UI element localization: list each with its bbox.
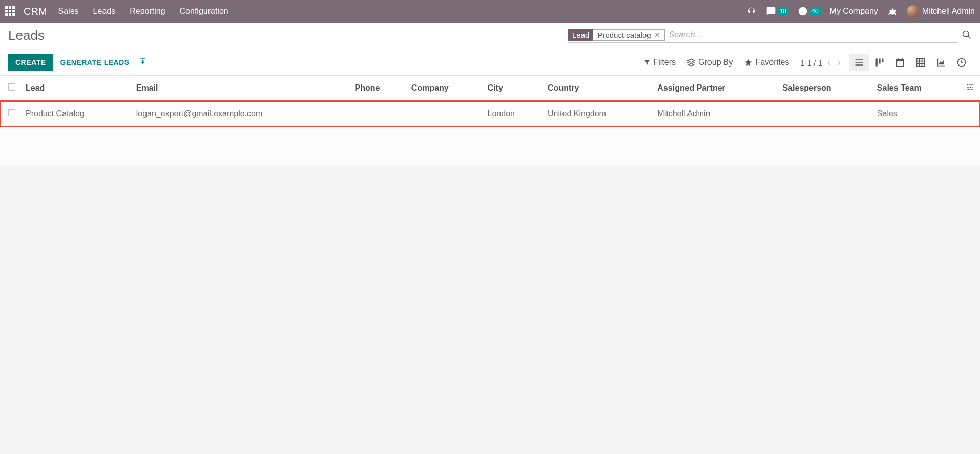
pager-next-icon[interactable]: ›: [836, 57, 843, 68]
col-salesperson[interactable]: Salesperson: [777, 76, 871, 101]
search-facet-key: Lead: [568, 29, 593, 41]
col-city[interactable]: City: [483, 76, 543, 101]
search-facet-value: Product catalog ✕: [593, 29, 664, 41]
user-name: Mitchell Admin: [922, 7, 975, 16]
optional-columns-icon[interactable]: [960, 76, 980, 101]
activities-button[interactable]: 40: [798, 6, 820, 16]
view-activity-icon[interactable]: [951, 54, 972, 71]
view-kanban-icon[interactable]: [869, 54, 890, 71]
avatar-icon: [907, 5, 919, 17]
filters-menu[interactable]: Filters: [643, 58, 676, 67]
menu-leads[interactable]: Leads: [93, 7, 116, 16]
col-lead[interactable]: Lead: [20, 76, 131, 101]
table-row[interactable]: Product Catalog logan_expert@gmail.examp…: [0, 101, 980, 127]
svg-point-8: [967, 84, 969, 86]
view-calendar-icon[interactable]: [890, 54, 910, 71]
top-navbar: CRM Sales Leads Reporting Configuration …: [0, 0, 980, 23]
view-pivot-icon[interactable]: [910, 54, 931, 71]
search-input[interactable]: [665, 28, 957, 41]
col-sales-team[interactable]: Sales Team: [872, 76, 960, 101]
view-graph-icon[interactable]: [931, 54, 951, 71]
col-phone[interactable]: Phone: [350, 76, 406, 101]
user-menu[interactable]: Mitchell Admin: [907, 5, 975, 17]
svg-rect-12: [972, 87, 973, 87]
groupby-menu[interactable]: Group By: [687, 58, 733, 67]
app-brand[interactable]: CRM: [24, 6, 47, 17]
cell-city: London: [483, 101, 543, 127]
cell-phone: [350, 101, 406, 127]
col-country[interactable]: Country: [543, 76, 652, 101]
cell-company: [406, 101, 483, 127]
cell-lead: Product Catalog: [20, 101, 131, 127]
cell-salesperson: [777, 101, 871, 127]
breadcrumb: Leads: [8, 28, 45, 44]
col-email[interactable]: Email: [131, 76, 350, 101]
apps-menu-icon[interactable]: [5, 6, 15, 16]
svg-rect-15: [970, 89, 973, 89]
debug-icon[interactable]: [887, 6, 898, 16]
view-list-icon[interactable]: [849, 54, 869, 71]
row-checkbox[interactable]: [8, 109, 15, 116]
pager-prev-icon[interactable]: ‹: [825, 57, 832, 68]
col-assigned-partner[interactable]: Assigned Partner: [652, 76, 777, 101]
select-all-checkbox[interactable]: [8, 83, 15, 91]
svg-line-1: [968, 36, 971, 38]
table-empty-row: [0, 146, 980, 166]
svg-rect-2: [917, 59, 925, 67]
search-box[interactable]: Lead Product catalog ✕: [568, 28, 957, 43]
table-header-row: Lead Email Phone Company City Country As…: [0, 76, 980, 101]
svg-rect-9: [969, 84, 973, 85]
support-icon[interactable]: [746, 6, 757, 16]
cell-assigned-partner: Mitchell Admin: [652, 101, 777, 127]
table-empty-row: [0, 127, 980, 146]
import-icon[interactable]: [139, 57, 147, 68]
search-icon[interactable]: [962, 30, 972, 42]
svg-point-0: [963, 31, 969, 37]
menu-reporting[interactable]: Reporting: [130, 7, 165, 16]
menu-configuration[interactable]: Configuration: [180, 7, 228, 16]
svg-rect-14: [967, 89, 968, 89]
svg-point-13: [968, 89, 970, 90]
generate-leads-button[interactable]: GENERATE LEADS: [60, 58, 130, 67]
svg-rect-11: [967, 87, 969, 87]
control-panel: Leads Lead Product catalog ✕ CREATE GENE…: [0, 23, 980, 76]
cell-email: logan_expert@gmail.example.com: [131, 101, 350, 127]
menu-sales[interactable]: Sales: [58, 7, 79, 16]
col-company[interactable]: Company: [406, 76, 483, 101]
messages-badge: 18: [778, 7, 788, 15]
cell-sales-team: Sales: [872, 101, 960, 127]
pager: 1-1 / 1 ‹ ›: [800, 57, 843, 68]
remove-facet-icon[interactable]: ✕: [654, 31, 660, 39]
favorites-menu[interactable]: Favorites: [744, 58, 789, 67]
create-button[interactable]: CREATE: [8, 54, 53, 71]
company-switcher[interactable]: My Company: [830, 7, 878, 16]
cell-country: United Kingdom: [543, 101, 652, 127]
list-view: Lead Email Phone Company City Country As…: [0, 76, 980, 166]
view-switcher: [849, 54, 972, 71]
svg-point-10: [970, 87, 971, 88]
messages-button[interactable]: 18: [766, 6, 788, 16]
activities-badge: 40: [809, 7, 820, 15]
